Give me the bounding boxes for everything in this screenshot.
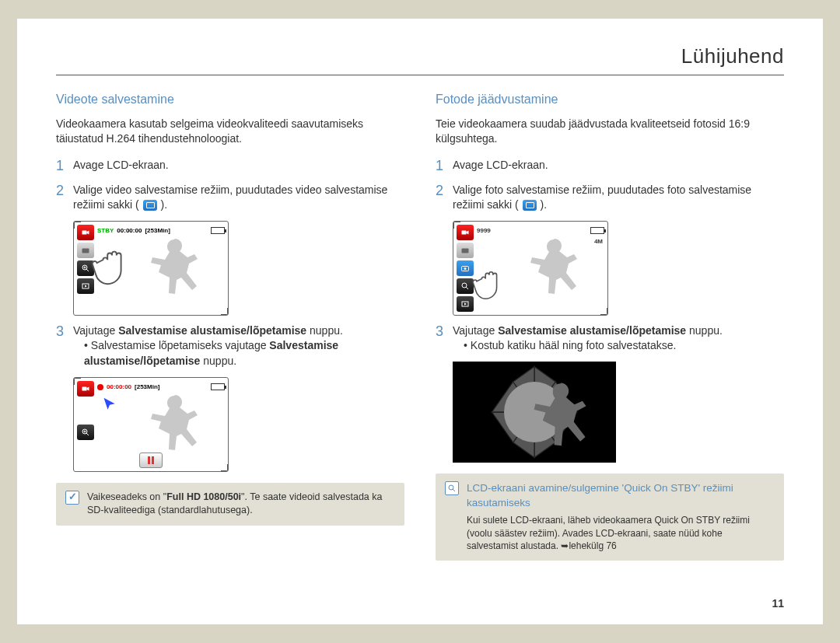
text-fragment: ). <box>161 198 168 211</box>
right-column: Fotode jäädvustamine Teie videokaamera s… <box>436 91 784 561</box>
mode-sidebar <box>77 381 94 440</box>
note-search-icon <box>445 481 459 495</box>
video-mode-tab-icon <box>143 200 157 211</box>
step-text: Vajutage Salvestamise alustamise/lõpetam… <box>453 323 784 354</box>
svg-line-10 <box>86 433 89 435</box>
text-bold: Salvestamise alustamise/lõpetamise <box>118 324 306 337</box>
skater-silhouette <box>132 232 218 310</box>
sidebar-grey-tab <box>457 243 474 258</box>
step-number: 3 <box>56 323 73 341</box>
stby-label: STBY <box>97 226 114 235</box>
text-fragment: Vajutage <box>453 324 498 337</box>
note-box-quick-stby: LCD-ekraani avamine/sulgemine 'Quick On … <box>436 474 784 561</box>
step-text: Valige foto salvestamise režiim, puuduta… <box>453 183 784 213</box>
touch-hand-icon <box>89 243 135 288</box>
sidebar-zoom-tab <box>77 425 94 440</box>
page-ref: ➥lehekülg 76 <box>561 540 616 551</box>
text-fragment: Vaikeseadeks on " <box>87 491 166 502</box>
svg-point-2 <box>85 250 87 252</box>
step-number: 1 <box>436 158 453 175</box>
sidebar-video-tab <box>457 225 474 240</box>
svg-rect-13 <box>462 230 467 234</box>
note-title: LCD-ekraani avamine/sulgemine 'Quick On … <box>467 481 775 511</box>
bullet-item: Kostub katiku hääl ning foto salvestatak… <box>464 338 784 354</box>
bullet-item: Salvestamise lõpetamiseks vajutage Salve… <box>84 338 404 369</box>
skater-silhouette <box>512 232 597 310</box>
rec-dot-icon <box>97 384 103 390</box>
intro-text: Teie videokaamera suudab jäädvustada kva… <box>436 117 784 147</box>
shutter-illustration <box>453 362 616 463</box>
step-3: 3 Vajutage Salvestamise alustamise/lõpet… <box>436 323 784 354</box>
step-2: 2 Valige video salvestamise režiim, puud… <box>56 183 404 213</box>
svg-rect-8 <box>82 386 87 390</box>
note-body: Vaikeseadeks on "Full HD 1080/50i". Te s… <box>87 491 395 518</box>
svg-line-22 <box>453 489 455 491</box>
skater-silhouette-small <box>510 377 558 447</box>
step-1: 1 Avage LCD-ekraan. <box>56 158 404 175</box>
lcd-screen-video-standby: STBY 00:00:00 [253Min] <box>73 221 229 316</box>
intro-text: Videokaamera kasutab selgeima videokvali… <box>56 117 404 147</box>
text-fragment: Vajutage <box>73 324 118 337</box>
step-text: Avage LCD-ekraan. <box>73 158 404 173</box>
photo-mode-tab-icon <box>523 200 537 211</box>
elapsed-time: 00:00:00 <box>107 383 131 391</box>
left-column: Videote salvestamine Videokaamera kasuta… <box>56 91 404 561</box>
step-number: 1 <box>56 158 73 175</box>
manual-page: Lühijuhend Videote salvestamine Videokaa… <box>17 19 823 624</box>
shot-count: 9999 <box>477 226 491 235</box>
text-fragment: Valige foto salvestamise režiim, puuduta… <box>453 183 751 211</box>
step-number: 2 <box>56 183 73 200</box>
step-number: 3 <box>436 323 453 341</box>
text-bold: Salvestamise alustamise/lõpetamise <box>498 324 686 337</box>
text-fragment: ). <box>541 198 548 211</box>
text-fragment: nuppu. <box>200 355 236 367</box>
note-text: Kui sulete LCD-ekraani, läheb videokaame… <box>467 514 775 553</box>
step-2: 2 Valige foto salvestamise režiim, puudu… <box>436 183 784 213</box>
svg-line-18 <box>466 287 468 289</box>
svg-point-16 <box>464 267 467 270</box>
step-text: Valige video salvestamise režiim, puudut… <box>73 183 404 213</box>
note-body: LCD-ekraani avamine/sulgemine 'Quick On … <box>467 481 775 553</box>
step-number: 2 <box>436 183 453 200</box>
touch-hand-icon <box>471 265 508 302</box>
page-number: 11 <box>772 596 784 612</box>
cursor-arrow-icon <box>102 397 117 412</box>
pause-stop-button <box>139 453 163 468</box>
sidebar-video-tab <box>77 225 94 240</box>
svg-rect-0 <box>82 230 87 234</box>
svg-rect-14 <box>462 248 469 253</box>
lcd-screen-photo-mode: 9999 4M <box>453 221 608 316</box>
section-title: Lühijuhend <box>56 42 784 75</box>
step-text: Vajutage Salvestamise alustamise/lõpetam… <box>73 323 404 369</box>
text-fragment: nuppu. <box>306 324 343 337</box>
step-1: 1 Avage LCD-ekraan. <box>436 158 784 175</box>
note-info-icon: ✓ <box>65 491 79 505</box>
step-3: 3 Vajutage Salvestamise alustamise/lõpet… <box>56 323 404 369</box>
svg-line-4 <box>86 269 89 271</box>
step-text: Avage LCD-ekraan. <box>453 158 784 173</box>
sidebar-video-tab <box>77 381 94 397</box>
text-fragment: Salvestamise lõpetamiseks vajutage <box>91 339 270 351</box>
sub-heading-photo: Fotode jäädvustamine <box>436 91 784 108</box>
text-fragment: nuppu. <box>686 324 723 337</box>
text-fragment: Valige video salvestamise režiim, puudut… <box>73 183 387 211</box>
sub-heading-video: Videote salvestamine <box>56 91 404 108</box>
note-box-default-setting: ✓ Vaikeseadeks on "Full HD 1080/50i". Te… <box>56 483 404 526</box>
text-bold: Full HD 1080/50i <box>166 491 241 502</box>
lcd-screen-video-recording: 00:00:00 [253Min] <box>73 377 229 472</box>
two-column-layout: Videote salvestamine Videokaamera kasuta… <box>56 91 784 561</box>
